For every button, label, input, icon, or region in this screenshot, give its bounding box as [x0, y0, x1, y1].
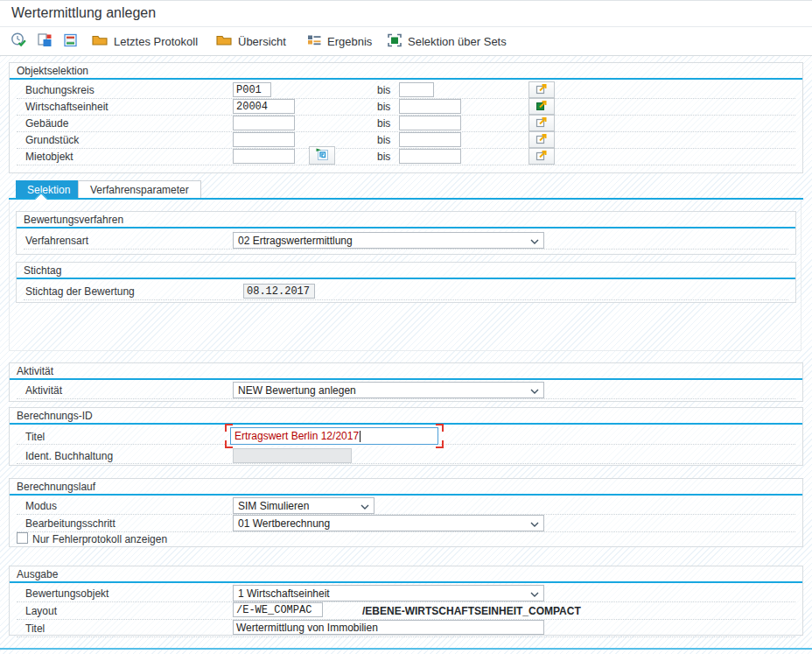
result-label: Ergebnis: [327, 35, 372, 48]
sap-window: Wertermittlung anlegen: [0, 0, 812, 654]
bis-label: bis: [377, 117, 390, 130]
chevron-down-icon: [360, 500, 369, 512]
calculation-run-title: Berechnungslauf: [17, 481, 95, 493]
selection-via-sets-button[interactable]: Selektion über Sets: [387, 32, 507, 51]
output-title: Ausgabe: [17, 568, 58, 580]
group-accent-line: [17, 227, 795, 229]
mode-label: Modus: [25, 500, 57, 512]
land-input[interactable]: [233, 132, 295, 147]
output-title-label: Titel: [25, 622, 45, 635]
mode-value: SIM Simulieren: [238, 500, 309, 512]
output-title-input[interactable]: Wertermittlung von Immobilien: [233, 620, 544, 635]
procedure-type-label: Verfahrensart: [25, 235, 88, 247]
title-bar: Wertermittlung anlegen: [0, 1, 812, 27]
chevron-down-icon: [530, 235, 539, 247]
calc-title-label: Titel: [25, 431, 45, 443]
business-entity-to-input[interactable]: [399, 99, 461, 114]
bis-label: bis: [377, 151, 390, 163]
business-entity-label: Wirtschaftseinheit: [25, 101, 108, 113]
selection-options-icon: [63, 32, 78, 51]
error-log-only-checkbox[interactable]: [17, 532, 28, 544]
valuation-date-label: Stichtag der Bewertung: [25, 285, 135, 298]
group-accent-line: [10, 494, 802, 496]
calc-title-input[interactable]: Ertragswert Berlin 12/2017: [230, 427, 438, 445]
valuation-object-dropdown[interactable]: 1 Wirtschaftseinheit: [233, 585, 544, 601]
activity-dropdown[interactable]: NEW Bewertung anlegen: [233, 382, 544, 398]
rental-object-input[interactable]: [233, 149, 295, 164]
text-cursor: [360, 431, 360, 442]
rental-object-icon: [315, 147, 329, 165]
last-protocol-button[interactable]: Letztes Protokoll: [91, 32, 198, 51]
bottom-accent-line: [0, 648, 812, 650]
multi-selection-arrow-icon: [536, 116, 548, 131]
company-code-input[interactable]: P001: [233, 82, 271, 97]
ident-accounting-label: Ident. Buchhaltung: [25, 450, 113, 462]
tab-verfahrensparameter[interactable]: Verfahrensparameter: [78, 180, 201, 199]
multi-selection-arrow-icon: [536, 82, 548, 98]
bis-label: bis: [377, 84, 390, 96]
multi-selection-button-active[interactable]: [528, 98, 555, 115]
business-entity-input[interactable]: 20004: [233, 99, 295, 114]
calculation-id-title: Berechnungs-ID: [17, 410, 93, 422]
bis-label: bis: [377, 101, 390, 113]
output-groupbox: Ausgabe Bewertungsobjekt 1 Wirtschaftsei…: [9, 566, 803, 636]
selection-via-sets-label: Selektion über Sets: [408, 35, 507, 48]
overview-button[interactable]: Übersicht: [215, 32, 286, 51]
group-accent-line: [10, 581, 802, 583]
valuation-object-label: Bewertungsobjekt: [25, 587, 108, 600]
land-to-input[interactable]: [399, 132, 461, 147]
object-selection-groupbox: Objektselektion Buchungskreis Wirtschaft…: [9, 62, 803, 173]
multi-selection-button[interactable]: [528, 131, 555, 148]
rental-object-label: Mietobjekt: [25, 151, 74, 163]
procedure-type-dropdown[interactable]: 02 Ertragswertermittlung: [233, 232, 544, 249]
valuation-method-groupbox: Bewertungsverfahren Verfahrensart 02 Ert…: [16, 211, 796, 255]
company-code-to-input[interactable]: [399, 82, 434, 97]
processing-step-value: 01 Wertberechnung: [238, 517, 330, 530]
last-protocol-label: Letztes Protokoll: [114, 35, 198, 48]
valuation-date-input[interactable]: 08.12.2017: [243, 284, 315, 299]
ident-accounting-input: [233, 448, 352, 463]
multi-selection-button[interactable]: [528, 148, 555, 165]
procedure-type-value: 02 Ertragswertermittlung: [238, 235, 353, 247]
application-toolbar: Letztes Protokoll Übersicht Ergebnis: [0, 27, 812, 56]
result-button[interactable]: Ergebnis: [306, 32, 372, 51]
selection-options-button[interactable]: [63, 32, 78, 51]
rental-object-to-input[interactable]: [399, 149, 461, 164]
chevron-down-icon: [530, 517, 539, 530]
execute-check-icon: [10, 32, 27, 51]
mode-dropdown[interactable]: SIM Simulieren: [233, 497, 374, 514]
row-separator: [17, 498, 795, 515]
multi-selection-active-icon: [536, 99, 548, 115]
execute-button[interactable]: [10, 32, 27, 51]
processing-step-dropdown[interactable]: 01 Wertberechnung: [233, 515, 544, 531]
key-date-title: Stichtag: [24, 264, 61, 277]
group-accent-line: [10, 78, 802, 80]
get-variant-button[interactable]: [37, 32, 52, 51]
building-to-input[interactable]: [399, 116, 461, 130]
tab-selektion[interactable]: Selektion: [16, 180, 81, 199]
building-input[interactable]: [233, 116, 295, 130]
multi-selection-button[interactable]: [528, 81, 555, 98]
calc-title-focus-frame: Ertragswert Berlin 12/2017: [225, 424, 444, 448]
calculation-run-groupbox: Berechnungslauf Modus SIM Simulieren Bea…: [9, 478, 803, 547]
group-accent-line: [10, 378, 802, 380]
chevron-down-icon: [530, 587, 539, 600]
activity-groupbox: Aktivität Aktivität NEW Bewertung anlege…: [9, 362, 803, 402]
calc-title-value: Ertragswert Berlin 12/2017: [234, 430, 359, 442]
valuation-method-title: Bewertungsverfahren: [24, 214, 123, 226]
layout-input[interactable]: /E-WE_COMPAC: [233, 602, 323, 617]
folder-icon: [215, 32, 233, 50]
copy-variant-icon: [37, 32, 52, 51]
group-accent-line: [17, 278, 795, 279]
folder-icon: [91, 32, 108, 50]
calculation-id-groupbox: Berechnungs-ID Titel Ident. Buchhaltung …: [9, 407, 803, 466]
multi-selection-button[interactable]: [528, 115, 555, 131]
page-title: Wertermittlung anlegen: [11, 5, 156, 21]
sets-selection-icon: [387, 32, 402, 51]
overview-label: Übersicht: [238, 35, 286, 48]
building-label: Gebäude: [25, 117, 68, 130]
rental-object-select-button[interactable]: [309, 146, 335, 165]
land-label: Grundstück: [25, 134, 79, 146]
activity-title: Aktivität: [17, 365, 53, 377]
multi-selection-arrow-icon: [536, 149, 548, 165]
